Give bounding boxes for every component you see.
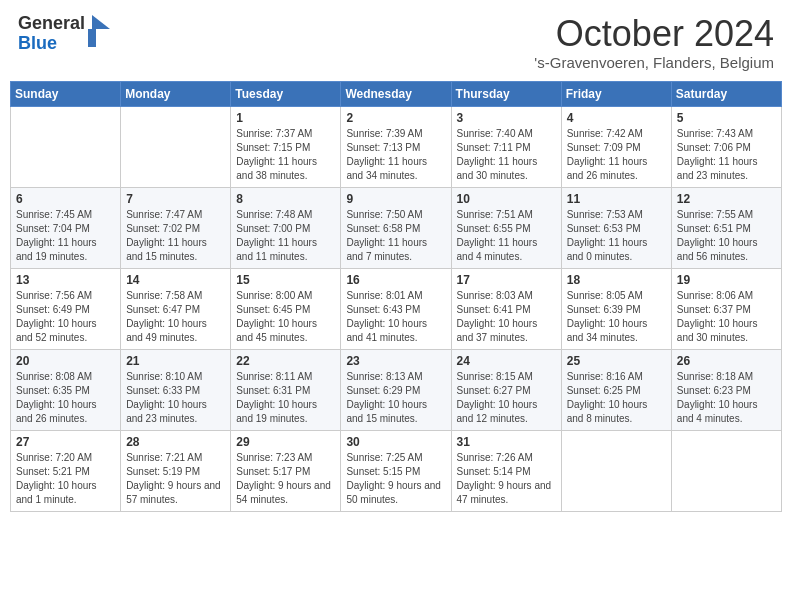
day-number: 27 bbox=[16, 435, 115, 449]
day-info: Sunrise: 7:50 AMSunset: 6:58 PMDaylight:… bbox=[346, 208, 445, 264]
calendar-cell: 16Sunrise: 8:01 AMSunset: 6:43 PMDayligh… bbox=[341, 268, 451, 349]
calendar-cell bbox=[121, 106, 231, 187]
location-title: 's-Gravenvoeren, Flanders, Belgium bbox=[534, 54, 774, 71]
calendar-cell: 8Sunrise: 7:48 AMSunset: 7:00 PMDaylight… bbox=[231, 187, 341, 268]
calendar-cell: 27Sunrise: 7:20 AMSunset: 5:21 PMDayligh… bbox=[11, 430, 121, 511]
weekday-header-friday: Friday bbox=[561, 81, 671, 106]
day-number: 17 bbox=[457, 273, 556, 287]
weekday-header-monday: Monday bbox=[121, 81, 231, 106]
day-info: Sunrise: 8:10 AMSunset: 6:33 PMDaylight:… bbox=[126, 370, 225, 426]
logo-general: General bbox=[18, 13, 85, 33]
day-info: Sunrise: 7:48 AMSunset: 7:00 PMDaylight:… bbox=[236, 208, 335, 264]
calendar-cell: 4Sunrise: 7:42 AMSunset: 7:09 PMDaylight… bbox=[561, 106, 671, 187]
day-info: Sunrise: 8:06 AMSunset: 6:37 PMDaylight:… bbox=[677, 289, 776, 345]
calendar-cell bbox=[671, 430, 781, 511]
day-info: Sunrise: 8:16 AMSunset: 6:25 PMDaylight:… bbox=[567, 370, 666, 426]
day-number: 1 bbox=[236, 111, 335, 125]
calendar-cell: 1Sunrise: 7:37 AMSunset: 7:15 PMDaylight… bbox=[231, 106, 341, 187]
day-info: Sunrise: 8:13 AMSunset: 6:29 PMDaylight:… bbox=[346, 370, 445, 426]
day-info: Sunrise: 7:40 AMSunset: 7:11 PMDaylight:… bbox=[457, 127, 556, 183]
day-info: Sunrise: 7:39 AMSunset: 7:13 PMDaylight:… bbox=[346, 127, 445, 183]
day-number: 12 bbox=[677, 192, 776, 206]
calendar-cell: 22Sunrise: 8:11 AMSunset: 6:31 PMDayligh… bbox=[231, 349, 341, 430]
day-number: 10 bbox=[457, 192, 556, 206]
day-info: Sunrise: 7:58 AMSunset: 6:47 PMDaylight:… bbox=[126, 289, 225, 345]
svg-rect-1 bbox=[88, 29, 96, 47]
day-info: Sunrise: 8:00 AMSunset: 6:45 PMDaylight:… bbox=[236, 289, 335, 345]
day-info: Sunrise: 7:51 AMSunset: 6:55 PMDaylight:… bbox=[457, 208, 556, 264]
day-info: Sunrise: 8:05 AMSunset: 6:39 PMDaylight:… bbox=[567, 289, 666, 345]
day-info: Sunrise: 7:55 AMSunset: 6:51 PMDaylight:… bbox=[677, 208, 776, 264]
day-info: Sunrise: 8:08 AMSunset: 6:35 PMDaylight:… bbox=[16, 370, 115, 426]
calendar-cell: 28Sunrise: 7:21 AMSunset: 5:19 PMDayligh… bbox=[121, 430, 231, 511]
calendar-cell: 7Sunrise: 7:47 AMSunset: 7:02 PMDaylight… bbox=[121, 187, 231, 268]
day-info: Sunrise: 7:43 AMSunset: 7:06 PMDaylight:… bbox=[677, 127, 776, 183]
day-info: Sunrise: 7:56 AMSunset: 6:49 PMDaylight:… bbox=[16, 289, 115, 345]
day-number: 5 bbox=[677, 111, 776, 125]
day-number: 24 bbox=[457, 354, 556, 368]
day-number: 11 bbox=[567, 192, 666, 206]
logo-blue: Blue bbox=[18, 33, 57, 53]
day-number: 18 bbox=[567, 273, 666, 287]
day-number: 28 bbox=[126, 435, 225, 449]
calendar-cell: 26Sunrise: 8:18 AMSunset: 6:23 PMDayligh… bbox=[671, 349, 781, 430]
day-info: Sunrise: 8:18 AMSunset: 6:23 PMDaylight:… bbox=[677, 370, 776, 426]
calendar-cell: 12Sunrise: 7:55 AMSunset: 6:51 PMDayligh… bbox=[671, 187, 781, 268]
day-number: 13 bbox=[16, 273, 115, 287]
day-number: 30 bbox=[346, 435, 445, 449]
day-info: Sunrise: 7:53 AMSunset: 6:53 PMDaylight:… bbox=[567, 208, 666, 264]
calendar-cell: 15Sunrise: 8:00 AMSunset: 6:45 PMDayligh… bbox=[231, 268, 341, 349]
day-number: 19 bbox=[677, 273, 776, 287]
day-number: 21 bbox=[126, 354, 225, 368]
calendar-week-row: 27Sunrise: 7:20 AMSunset: 5:21 PMDayligh… bbox=[11, 430, 782, 511]
calendar-cell: 18Sunrise: 8:05 AMSunset: 6:39 PMDayligh… bbox=[561, 268, 671, 349]
calendar-cell: 5Sunrise: 7:43 AMSunset: 7:06 PMDaylight… bbox=[671, 106, 781, 187]
day-number: 22 bbox=[236, 354, 335, 368]
calendar-cell: 6Sunrise: 7:45 AMSunset: 7:04 PMDaylight… bbox=[11, 187, 121, 268]
day-number: 3 bbox=[457, 111, 556, 125]
svg-marker-0 bbox=[92, 15, 110, 29]
title-block: October 2024 's-Gravenvoeren, Flanders, … bbox=[534, 14, 774, 71]
logo-text: General Blue bbox=[18, 14, 85, 54]
calendar-cell: 30Sunrise: 7:25 AMSunset: 5:15 PMDayligh… bbox=[341, 430, 451, 511]
calendar-cell: 14Sunrise: 7:58 AMSunset: 6:47 PMDayligh… bbox=[121, 268, 231, 349]
day-number: 31 bbox=[457, 435, 556, 449]
weekday-header-thursday: Thursday bbox=[451, 81, 561, 106]
calendar-week-row: 6Sunrise: 7:45 AMSunset: 7:04 PMDaylight… bbox=[11, 187, 782, 268]
day-number: 20 bbox=[16, 354, 115, 368]
day-info: Sunrise: 8:01 AMSunset: 6:43 PMDaylight:… bbox=[346, 289, 445, 345]
day-info: Sunrise: 7:47 AMSunset: 7:02 PMDaylight:… bbox=[126, 208, 225, 264]
calendar-cell: 21Sunrise: 8:10 AMSunset: 6:33 PMDayligh… bbox=[121, 349, 231, 430]
calendar-cell: 31Sunrise: 7:26 AMSunset: 5:14 PMDayligh… bbox=[451, 430, 561, 511]
day-info: Sunrise: 7:23 AMSunset: 5:17 PMDaylight:… bbox=[236, 451, 335, 507]
calendar-cell: 3Sunrise: 7:40 AMSunset: 7:11 PMDaylight… bbox=[451, 106, 561, 187]
day-number: 26 bbox=[677, 354, 776, 368]
calendar-cell: 25Sunrise: 8:16 AMSunset: 6:25 PMDayligh… bbox=[561, 349, 671, 430]
day-info: Sunrise: 7:21 AMSunset: 5:19 PMDaylight:… bbox=[126, 451, 225, 507]
calendar-cell: 11Sunrise: 7:53 AMSunset: 6:53 PMDayligh… bbox=[561, 187, 671, 268]
weekday-header-wednesday: Wednesday bbox=[341, 81, 451, 106]
calendar-cell: 2Sunrise: 7:39 AMSunset: 7:13 PMDaylight… bbox=[341, 106, 451, 187]
logo: General Blue bbox=[18, 14, 110, 54]
calendar-cell: 9Sunrise: 7:50 AMSunset: 6:58 PMDaylight… bbox=[341, 187, 451, 268]
calendar-cell: 24Sunrise: 8:15 AMSunset: 6:27 PMDayligh… bbox=[451, 349, 561, 430]
day-info: Sunrise: 7:20 AMSunset: 5:21 PMDaylight:… bbox=[16, 451, 115, 507]
day-info: Sunrise: 7:45 AMSunset: 7:04 PMDaylight:… bbox=[16, 208, 115, 264]
calendar-cell: 29Sunrise: 7:23 AMSunset: 5:17 PMDayligh… bbox=[231, 430, 341, 511]
day-info: Sunrise: 7:37 AMSunset: 7:15 PMDaylight:… bbox=[236, 127, 335, 183]
day-info: Sunrise: 7:42 AMSunset: 7:09 PMDaylight:… bbox=[567, 127, 666, 183]
weekday-header-row: SundayMondayTuesdayWednesdayThursdayFrid… bbox=[11, 81, 782, 106]
calendar-cell: 23Sunrise: 8:13 AMSunset: 6:29 PMDayligh… bbox=[341, 349, 451, 430]
day-info: Sunrise: 8:15 AMSunset: 6:27 PMDaylight:… bbox=[457, 370, 556, 426]
day-number: 8 bbox=[236, 192, 335, 206]
calendar-cell bbox=[11, 106, 121, 187]
month-title: October 2024 bbox=[534, 14, 774, 54]
weekday-header-saturday: Saturday bbox=[671, 81, 781, 106]
calendar-table: SundayMondayTuesdayWednesdayThursdayFrid… bbox=[10, 81, 782, 512]
day-info: Sunrise: 8:03 AMSunset: 6:41 PMDaylight:… bbox=[457, 289, 556, 345]
calendar-cell: 10Sunrise: 7:51 AMSunset: 6:55 PMDayligh… bbox=[451, 187, 561, 268]
calendar-week-row: 1Sunrise: 7:37 AMSunset: 7:15 PMDaylight… bbox=[11, 106, 782, 187]
calendar-cell: 13Sunrise: 7:56 AMSunset: 6:49 PMDayligh… bbox=[11, 268, 121, 349]
day-info: Sunrise: 8:11 AMSunset: 6:31 PMDaylight:… bbox=[236, 370, 335, 426]
day-number: 25 bbox=[567, 354, 666, 368]
